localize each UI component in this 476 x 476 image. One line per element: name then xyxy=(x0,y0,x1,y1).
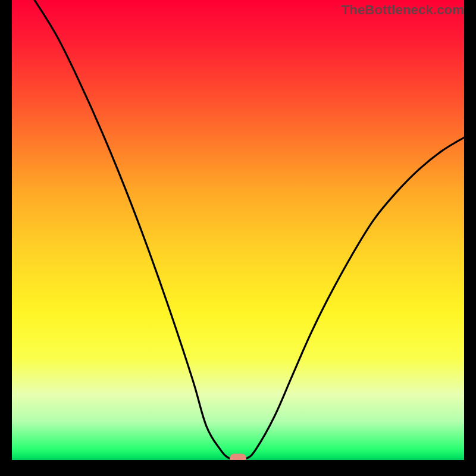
bottleneck-curve xyxy=(12,0,464,460)
chart-stage: TheBottleneck.com xyxy=(0,0,476,476)
frame-left xyxy=(0,0,12,476)
frame-bottom xyxy=(0,460,476,476)
watermark-text: TheBottleneck.com xyxy=(342,2,464,18)
frame-right xyxy=(464,0,476,476)
